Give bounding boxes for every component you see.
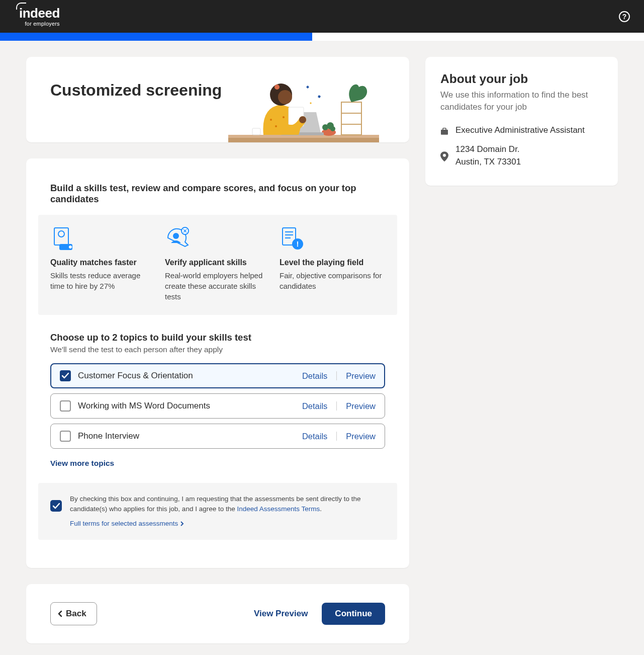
details-link[interactable]: Details bbox=[302, 371, 327, 381]
benefit-desc: Skills tests reduce average time to hire… bbox=[50, 270, 156, 291]
job-title-row: Executive Administrative Assistant bbox=[440, 124, 603, 137]
topics-header: Choose up to 2 topics to build your skil… bbox=[50, 332, 385, 354]
benefit-item: ! Level the playing field Fair, objectiv… bbox=[280, 226, 385, 302]
consent-panel: By checking this box and continuing, I a… bbox=[38, 483, 397, 540]
preview-link[interactable]: Preview bbox=[346, 371, 376, 381]
view-more-link[interactable]: View more topics bbox=[50, 459, 114, 468]
consent-checkbox[interactable] bbox=[50, 500, 62, 512]
help-icon[interactable]: ? bbox=[619, 11, 630, 22]
about-job-subtitle: We use this information to find the best… bbox=[440, 89, 603, 113]
checkbox-icon[interactable] bbox=[60, 370, 71, 381]
continue-button[interactable]: Continue bbox=[322, 603, 385, 625]
svg-rect-33 bbox=[443, 128, 446, 130]
svg-point-18 bbox=[278, 90, 292, 104]
svg-point-13 bbox=[275, 125, 277, 127]
progress-bar-fill bbox=[0, 33, 312, 41]
divider bbox=[336, 371, 337, 380]
topic-label: Phone Interview bbox=[78, 431, 139, 441]
svg-point-23 bbox=[69, 245, 72, 249]
job-title-value: Executive Administrative Assistant bbox=[455, 124, 585, 137]
full-terms-label: Full terms for selected assessments bbox=[70, 519, 178, 529]
back-button[interactable]: Back bbox=[50, 602, 97, 625]
assessments-terms-link[interactable]: Indeed Assessments Terms bbox=[237, 505, 320, 513]
svg-point-24 bbox=[173, 233, 179, 239]
svg-rect-2 bbox=[341, 102, 361, 135]
consent-text: By checking this box and continuing, I a… bbox=[70, 494, 385, 529]
svg-point-19 bbox=[274, 85, 280, 90]
chevron-right-icon bbox=[180, 521, 184, 526]
svg-rect-1 bbox=[228, 138, 379, 142]
topic-option[interactable]: Working with MS Word Documents Details P… bbox=[50, 393, 385, 419]
hero-illustration bbox=[228, 72, 379, 142]
divider bbox=[336, 432, 337, 441]
benefit-title: Quality matches faster bbox=[50, 258, 156, 267]
topic-label: Working with MS Word Documents bbox=[78, 401, 210, 411]
benefit-item: Verify applicant skills Real-world emplo… bbox=[165, 226, 270, 302]
hero-card: Customized screening bbox=[26, 57, 409, 142]
divider bbox=[336, 401, 337, 411]
svg-rect-9 bbox=[252, 128, 260, 135]
topic-option[interactable]: Customer Focus & Orientation Details Pre… bbox=[50, 363, 385, 388]
badge-icon bbox=[50, 226, 75, 251]
logo-subtext: for employers bbox=[19, 21, 60, 27]
about-job-card: About your job We use this information t… bbox=[425, 57, 618, 186]
full-terms-link[interactable]: Full terms for selected assessments bbox=[70, 519, 184, 529]
topic-list: Customer Focus & Orientation Details Pre… bbox=[50, 363, 385, 449]
topics-subheading: We'll send the test to each person after… bbox=[50, 345, 385, 354]
svg-point-16 bbox=[299, 116, 306, 123]
about-job-title: About your job bbox=[440, 72, 603, 86]
app-header: indeed for employers ? bbox=[0, 0, 644, 33]
verify-icon bbox=[165, 226, 190, 251]
svg-point-34 bbox=[443, 154, 446, 157]
topic-option[interactable]: Phone Interview Details Preview bbox=[50, 424, 385, 449]
svg-point-21 bbox=[58, 231, 64, 237]
job-location-value: 1234 Domain Dr.Austin, TX 73301 bbox=[455, 143, 521, 168]
preview-link[interactable]: Preview bbox=[346, 401, 376, 411]
main-card: Build a skills test, review and compare … bbox=[26, 158, 409, 568]
benefit-title: Verify applicant skills bbox=[165, 258, 270, 267]
topics-heading: Choose up to 2 topics to build your skil… bbox=[50, 332, 385, 343]
benefit-desc: Fair, objective comparisons for candidat… bbox=[280, 270, 385, 291]
preview-link[interactable]: Preview bbox=[346, 432, 376, 441]
details-link[interactable]: Details bbox=[302, 432, 327, 441]
compare-icon: ! bbox=[280, 226, 305, 251]
logo-text: indeed bbox=[19, 7, 60, 20]
progress-bar-track bbox=[0, 33, 644, 41]
benefit-desc: Real-world employers helped create these… bbox=[165, 270, 270, 302]
briefcase-icon bbox=[440, 126, 448, 137]
view-preview-button[interactable]: View Preview bbox=[244, 603, 318, 625]
topic-label: Customer Focus & Orientation bbox=[78, 371, 193, 381]
svg-point-8 bbox=[330, 126, 335, 131]
back-label: Back bbox=[66, 609, 86, 619]
details-link[interactable]: Details bbox=[302, 401, 327, 411]
job-location-row: 1234 Domain Dr.Austin, TX 73301 bbox=[440, 143, 603, 168]
checkbox-icon[interactable] bbox=[60, 400, 71, 412]
chevron-left-icon bbox=[58, 610, 63, 617]
consent-text-b: . bbox=[320, 505, 322, 513]
benefits-panel: Quality matches faster Skills tests redu… bbox=[38, 215, 397, 315]
logo[interactable]: indeed for employers bbox=[19, 7, 60, 27]
svg-point-14 bbox=[283, 116, 285, 118]
svg-text:!: ! bbox=[297, 239, 299, 248]
benefit-item: Quality matches faster Skills tests redu… bbox=[50, 226, 156, 302]
pin-icon bbox=[440, 145, 448, 168]
checkbox-icon[interactable] bbox=[60, 431, 71, 442]
svg-point-12 bbox=[270, 119, 272, 121]
benefit-title: Level the playing field bbox=[280, 258, 385, 267]
nav-card: Back View Preview Continue bbox=[26, 584, 409, 643]
section-lead: Build a skills test, review and compare … bbox=[50, 183, 385, 205]
